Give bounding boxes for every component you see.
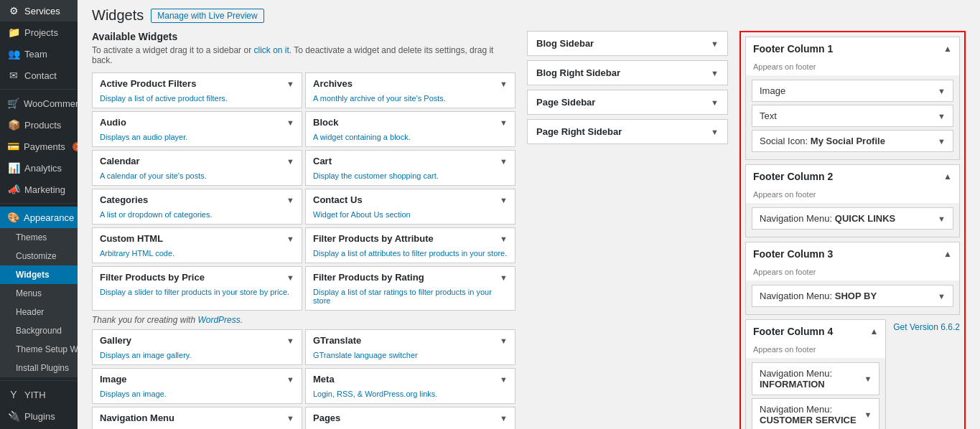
services-icon: ⚙ xyxy=(7,5,20,16)
sidebar-item-team[interactable]: 👥 Team xyxy=(0,43,78,65)
sidebar-item-menus[interactable]: Menus xyxy=(0,284,78,303)
widget-cart[interactable]: Cart▼ Display the customer shopping cart… xyxy=(305,150,515,186)
sidebar-item-marketing[interactable]: 📣 Marketing xyxy=(0,179,78,200)
sidebar-item-theme-setup-wizard[interactable]: Theme Setup Wizard xyxy=(0,340,78,359)
sidebar-item-yith[interactable]: Y YITH xyxy=(0,384,78,405)
page-sidebar-title: Page Sidebar xyxy=(536,97,595,108)
customize-label: Customize xyxy=(16,251,57,261)
sidebar-item-customize[interactable]: Customize xyxy=(0,247,78,265)
page-sidebar-header[interactable]: Page Sidebar ▼ xyxy=(528,90,727,114)
footer-col-3-header[interactable]: Footer Column 3 ▲ xyxy=(745,242,960,265)
widget-filter-products-by-rating[interactable]: Filter Products by Rating▼ Display a lis… xyxy=(305,266,515,311)
widget-gtranslate[interactable]: GTranslate▼ GTranslate language switcher xyxy=(305,329,515,365)
sidebar-item-projects[interactable]: 📁 Projects xyxy=(0,22,78,43)
theme-setup-label: Theme Setup Wizard xyxy=(16,344,78,354)
footer-col-4-subtext: Appears on footer xyxy=(745,343,886,358)
footer-col-4-header[interactable]: Footer Column 4 ▲ xyxy=(745,319,886,343)
sidebar-item-background[interactable]: Background xyxy=(0,321,78,340)
divider-3 xyxy=(0,380,78,381)
footer-col-2-chevron: ▲ xyxy=(943,171,952,182)
page-right-sidebar-title: Page Right Sidebar xyxy=(536,126,622,137)
footer-col-2-widget-nav-menu[interactable]: Navigation Menu: QUICK LINKS ▼ xyxy=(752,207,953,230)
footer-col-2-header[interactable]: Footer Column 2 ▲ xyxy=(745,164,960,188)
widget-active-product-filters[interactable]: Active Product Filters▼ Display a list o… xyxy=(92,72,302,108)
footer-widget-image-name: Image xyxy=(760,85,785,96)
widget-filter-products-by-price[interactable]: Filter Products by Price▼ Display a slid… xyxy=(92,266,302,311)
payments-badge: 1 xyxy=(73,142,78,151)
widget-gallery[interactable]: Gallery▼ Displays an image gallery. xyxy=(92,329,302,365)
sidebar-item-install-plugins[interactable]: Install Plugins xyxy=(0,359,78,377)
footer-widget-nav-quick-links-name: Navigation Menu: QUICK LINKS xyxy=(760,213,895,224)
woocommerce-icon: 🛒 xyxy=(7,98,19,109)
payments-icon: 💳 xyxy=(7,141,19,152)
projects-icon: 📁 xyxy=(7,27,20,38)
footer-col-2-subtext: Appears on footer xyxy=(745,188,960,203)
sidebar-item-payments[interactable]: 💳 Payments 1 xyxy=(0,136,78,157)
footer-col-4-widget-nav-information[interactable]: Navigation Menu: INFORMATION ▼ xyxy=(752,362,879,395)
get-version-link[interactable]: Get Version 6.6.2 xyxy=(893,322,960,332)
footer-col-3-body: Navigation Menu: SHOP BY ▼ xyxy=(745,280,960,315)
contact-icon: ✉ xyxy=(7,70,20,81)
sidebar-item-products[interactable]: 📦 Products xyxy=(0,114,78,136)
sidebar-item-header[interactable]: Header xyxy=(0,303,78,321)
footer-col-4-body: Navigation Menu: INFORMATION ▼ Navigatio… xyxy=(745,358,886,429)
footer-col-2: Footer Column 2 ▲ Appears on footer Navi… xyxy=(745,164,960,237)
footer-widget-text-chevron: ▼ xyxy=(938,112,946,121)
sidebar-item-widgets[interactable]: Widgets xyxy=(0,265,78,284)
manage-with-live-preview-link[interactable]: Manage with Live Preview xyxy=(151,9,263,23)
footer-col-3-widget-nav-menu[interactable]: Navigation Menu: SHOP BY ▼ xyxy=(752,285,953,307)
widget-categories[interactable]: Categories▼ A list or dropdown of catego… xyxy=(92,189,302,225)
available-widgets-title: Available Widgets xyxy=(92,31,515,42)
page-sidebar-panel: Page Sidebar ▼ xyxy=(527,90,728,115)
widget-grid-2: Gallery▼ Displays an image gallery. GTra… xyxy=(92,329,515,429)
footer-widget-nav-customer-service-name: Navigation Menu: CUSTOMER SERVICE xyxy=(760,404,864,425)
footer-col-4-widget-nav-customer-service[interactable]: Navigation Menu: CUSTOMER SERVICE ▼ xyxy=(752,398,879,429)
click-link[interactable]: click on it xyxy=(253,45,289,55)
sidebar-item-woocommerce[interactable]: 🛒 WooCommerce xyxy=(0,93,78,114)
sidebar-label-team: Team xyxy=(24,49,47,60)
page-right-sidebar-header[interactable]: Page Right Sidebar ▼ xyxy=(528,120,727,143)
footer-col-1-header[interactable]: Footer Column 1 ▲ xyxy=(745,37,960,60)
sidebar-label-appearance: Appearance xyxy=(24,212,74,223)
widget-meta[interactable]: Meta▼ Login, RSS, & WordPress.org links. xyxy=(305,368,515,404)
blog-sidebar-header[interactable]: Blog Sidebar ▼ xyxy=(528,32,727,55)
sidebar-item-themes[interactable]: Themes xyxy=(0,228,78,247)
footer-col-1: Footer Column 1 ▲ Appears on footer Imag… xyxy=(745,37,960,160)
sidebar-label-woocommerce: WooCommerce xyxy=(24,98,78,109)
widget-custom-html[interactable]: Custom HTML▼ Arbitrary HTML code. xyxy=(92,227,302,263)
blog-sidebar-panel: Blog Sidebar ▼ xyxy=(527,31,728,56)
footer-col-1-widget-text[interactable]: Text ▼ xyxy=(752,105,953,127)
widget-image[interactable]: Image▼ Displays an image. xyxy=(92,368,302,404)
widget-archives[interactable]: Archives▼ A monthly archive of your site… xyxy=(305,72,515,108)
footer-col-1-widget-image[interactable]: Image ▼ xyxy=(752,80,953,102)
widget-pages[interactable]: Pages▼ A list of your site's Pages. xyxy=(305,407,515,429)
footer-col-1-widget-social-icon[interactable]: Social Icon: My Social Profile ▼ xyxy=(752,130,953,152)
sidebar-item-contact[interactable]: ✉ Contact xyxy=(0,65,78,86)
available-widgets-panel: Available Widgets To activate a widget d… xyxy=(92,31,515,429)
sidebar-item-analytics[interactable]: 📊 Analytics xyxy=(0,157,78,179)
footer-col-3-subtext: Appears on footer xyxy=(745,265,960,280)
page-title: Widgets xyxy=(92,7,144,24)
thank-you-note: Thank you for creating with WordPress. xyxy=(92,315,515,325)
blog-right-sidebar-panel: Blog Right Sidebar ▼ xyxy=(527,60,728,85)
widget-calendar[interactable]: Calendar▼ A calendar of your site's post… xyxy=(92,150,302,186)
widget-navigation-menu[interactable]: Navigation Menu▼ Add a navigation menu t… xyxy=(92,407,302,429)
footer-widget-nav-quick-links-chevron: ▼ xyxy=(938,214,946,223)
footer-col-4-row: Footer Column 4 ▲ Appears on footer Navi… xyxy=(745,319,960,429)
footer-col-4-title: Footer Column 4 xyxy=(753,326,833,337)
footer-widget-social-icon-chevron: ▼ xyxy=(938,137,946,146)
widget-filter-products-by-attribute[interactable]: Filter Products by Attribute▼ Display a … xyxy=(305,227,515,263)
sidebar-item-plugins[interactable]: 🔌 Plugins xyxy=(0,405,78,427)
sidebar-item-appearance[interactable]: 🎨 Appearance xyxy=(0,207,78,228)
menus-label: Menus xyxy=(16,288,42,298)
footer-widget-nav-information-name: Navigation Menu: INFORMATION xyxy=(760,368,864,390)
blog-right-sidebar-header[interactable]: Blog Right Sidebar ▼ xyxy=(528,61,727,85)
main-content: Widgets Manage with Live Preview Availab… xyxy=(78,0,980,429)
footer-widget-nav-shop-by-name: Navigation Menu: SHOP BY xyxy=(760,291,877,301)
footer-col-4: Footer Column 4 ▲ Appears on footer Navi… xyxy=(745,319,886,429)
widget-block[interactable]: Block▼ A widget containing a block. xyxy=(305,111,515,147)
widget-audio[interactable]: Audio▼ Displays an audio player. xyxy=(92,111,302,147)
wordpress-link[interactable]: WordPress xyxy=(197,315,240,325)
sidebar-item-services[interactable]: ⚙ Services xyxy=(0,0,78,22)
widget-contact-us[interactable]: Contact Us▼ Widget for About Us section xyxy=(305,189,515,225)
